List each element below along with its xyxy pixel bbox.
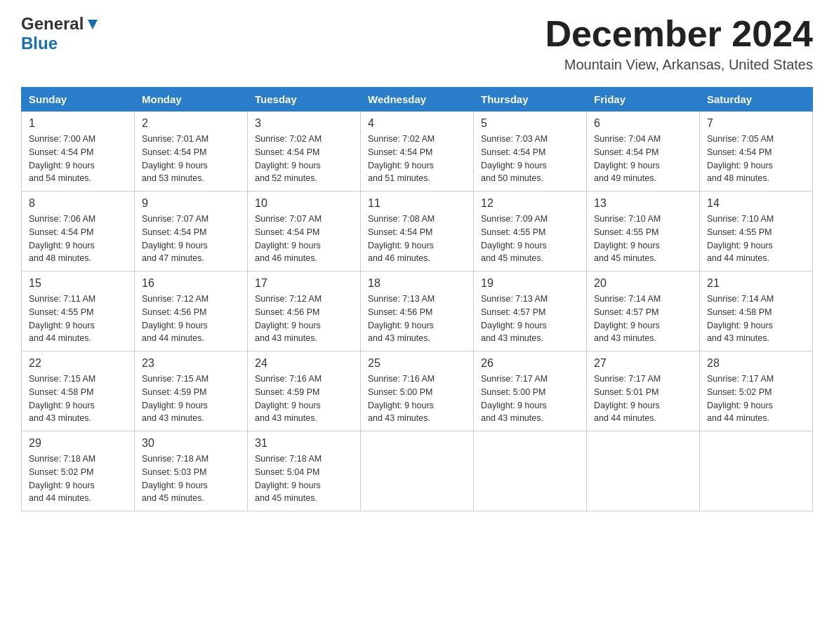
calendar-cell: 9Sunrise: 7:07 AMSunset: 4:54 PMDaylight… bbox=[135, 192, 248, 271]
day-of-week-header: Friday bbox=[587, 88, 700, 112]
day-of-week-header: Thursday bbox=[474, 88, 587, 112]
day-info: Sunrise: 7:10 AMSunset: 4:55 PMDaylight:… bbox=[707, 213, 805, 265]
day-number: 28 bbox=[707, 357, 805, 370]
day-info: Sunrise: 7:05 AMSunset: 4:54 PMDaylight:… bbox=[707, 133, 805, 185]
calendar-cell: 1Sunrise: 7:00 AMSunset: 4:54 PMDaylight… bbox=[22, 112, 135, 192]
day-number: 12 bbox=[481, 197, 579, 210]
calendar-cell: 19Sunrise: 7:13 AMSunset: 4:57 PMDayligh… bbox=[474, 271, 587, 351]
calendar-header-row: SundayMondayTuesdayWednesdayThursdayFrid… bbox=[22, 88, 813, 112]
calendar-week-row: 15Sunrise: 7:11 AMSunset: 4:55 PMDayligh… bbox=[22, 271, 813, 351]
day-info: Sunrise: 7:10 AMSunset: 4:55 PMDaylight:… bbox=[594, 213, 692, 265]
calendar-cell: 18Sunrise: 7:13 AMSunset: 4:56 PMDayligh… bbox=[361, 271, 474, 351]
calendar-cell: 7Sunrise: 7:05 AMSunset: 4:54 PMDaylight… bbox=[700, 112, 813, 192]
calendar-cell: 24Sunrise: 7:16 AMSunset: 4:59 PMDayligh… bbox=[248, 351, 361, 431]
day-number: 6 bbox=[594, 117, 692, 130]
page-header: General Blue December 2024 Mountain View… bbox=[21, 14, 813, 73]
day-of-week-header: Sunday bbox=[22, 88, 135, 112]
day-number: 21 bbox=[707, 277, 805, 290]
day-number: 13 bbox=[594, 197, 692, 210]
day-of-week-header: Wednesday bbox=[361, 88, 474, 112]
calendar-cell: 23Sunrise: 7:15 AMSunset: 4:59 PMDayligh… bbox=[135, 351, 248, 431]
day-info: Sunrise: 7:02 AMSunset: 4:54 PMDaylight:… bbox=[368, 133, 466, 185]
location-text: Mountain View, Arkansas, United States bbox=[545, 57, 813, 73]
calendar-cell bbox=[587, 431, 700, 511]
calendar-cell bbox=[700, 431, 813, 511]
calendar-cell bbox=[474, 431, 587, 511]
day-number: 18 bbox=[368, 277, 466, 290]
calendar-cell: 12Sunrise: 7:09 AMSunset: 4:55 PMDayligh… bbox=[474, 192, 587, 271]
day-of-week-header: Monday bbox=[135, 88, 248, 112]
day-number: 24 bbox=[255, 357, 353, 370]
calendar-cell: 26Sunrise: 7:17 AMSunset: 5:00 PMDayligh… bbox=[474, 351, 587, 431]
calendar-cell: 11Sunrise: 7:08 AMSunset: 4:54 PMDayligh… bbox=[361, 192, 474, 271]
svg-marker-0 bbox=[88, 20, 98, 29]
day-number: 19 bbox=[481, 277, 579, 290]
day-info: Sunrise: 7:14 AMSunset: 4:58 PMDaylight:… bbox=[707, 293, 805, 345]
day-info: Sunrise: 7:16 AMSunset: 5:00 PMDaylight:… bbox=[368, 373, 466, 425]
calendar-cell: 25Sunrise: 7:16 AMSunset: 5:00 PMDayligh… bbox=[361, 351, 474, 431]
calendar-cell: 4Sunrise: 7:02 AMSunset: 4:54 PMDaylight… bbox=[361, 112, 474, 192]
day-info: Sunrise: 7:16 AMSunset: 4:59 PMDaylight:… bbox=[255, 373, 353, 425]
calendar-cell: 2Sunrise: 7:01 AMSunset: 4:54 PMDaylight… bbox=[135, 112, 248, 192]
calendar-cell: 27Sunrise: 7:17 AMSunset: 5:01 PMDayligh… bbox=[587, 351, 700, 431]
day-info: Sunrise: 7:06 AMSunset: 4:54 PMDaylight:… bbox=[29, 213, 127, 265]
day-info: Sunrise: 7:04 AMSunset: 4:54 PMDaylight:… bbox=[594, 133, 692, 185]
day-number: 29 bbox=[29, 437, 127, 450]
day-info: Sunrise: 7:11 AMSunset: 4:55 PMDaylight:… bbox=[29, 293, 127, 345]
calendar-cell bbox=[361, 431, 474, 511]
calendar-cell: 29Sunrise: 7:18 AMSunset: 5:02 PMDayligh… bbox=[22, 431, 135, 511]
day-number: 16 bbox=[142, 277, 240, 290]
calendar-cell: 20Sunrise: 7:14 AMSunset: 4:57 PMDayligh… bbox=[587, 271, 700, 351]
day-info: Sunrise: 7:17 AMSunset: 5:01 PMDaylight:… bbox=[594, 373, 692, 425]
day-info: Sunrise: 7:15 AMSunset: 4:58 PMDaylight:… bbox=[29, 373, 127, 425]
day-number: 14 bbox=[707, 197, 805, 210]
day-info: Sunrise: 7:17 AMSunset: 5:02 PMDaylight:… bbox=[707, 373, 805, 425]
day-number: 22 bbox=[29, 357, 127, 370]
calendar-cell: 28Sunrise: 7:17 AMSunset: 5:02 PMDayligh… bbox=[700, 351, 813, 431]
day-number: 1 bbox=[29, 117, 127, 130]
day-number: 23 bbox=[142, 357, 240, 370]
day-info: Sunrise: 7:12 AMSunset: 4:56 PMDaylight:… bbox=[255, 293, 353, 345]
calendar-week-row: 22Sunrise: 7:15 AMSunset: 4:58 PMDayligh… bbox=[22, 351, 813, 431]
calendar-cell: 21Sunrise: 7:14 AMSunset: 4:58 PMDayligh… bbox=[700, 271, 813, 351]
day-info: Sunrise: 7:13 AMSunset: 4:56 PMDaylight:… bbox=[368, 293, 466, 345]
day-number: 11 bbox=[368, 197, 466, 210]
day-info: Sunrise: 7:07 AMSunset: 4:54 PMDaylight:… bbox=[142, 213, 240, 265]
calendar-table: SundayMondayTuesdayWednesdayThursdayFrid… bbox=[21, 87, 813, 511]
day-info: Sunrise: 7:14 AMSunset: 4:57 PMDaylight:… bbox=[594, 293, 692, 345]
day-of-week-header: Tuesday bbox=[248, 88, 361, 112]
logo-general-text: General bbox=[21, 14, 84, 34]
day-number: 9 bbox=[142, 197, 240, 210]
day-info: Sunrise: 7:08 AMSunset: 4:54 PMDaylight:… bbox=[368, 213, 466, 265]
calendar-cell: 31Sunrise: 7:18 AMSunset: 5:04 PMDayligh… bbox=[248, 431, 361, 511]
day-info: Sunrise: 7:18 AMSunset: 5:02 PMDaylight:… bbox=[29, 452, 127, 505]
calendar-cell: 15Sunrise: 7:11 AMSunset: 4:55 PMDayligh… bbox=[22, 271, 135, 351]
day-info: Sunrise: 7:15 AMSunset: 4:59 PMDaylight:… bbox=[142, 373, 240, 425]
day-number: 5 bbox=[481, 117, 579, 130]
day-number: 2 bbox=[142, 117, 240, 130]
calendar-cell: 10Sunrise: 7:07 AMSunset: 4:54 PMDayligh… bbox=[248, 192, 361, 271]
calendar-cell: 30Sunrise: 7:18 AMSunset: 5:03 PMDayligh… bbox=[135, 431, 248, 511]
calendar-cell: 17Sunrise: 7:12 AMSunset: 4:56 PMDayligh… bbox=[248, 271, 361, 351]
day-number: 7 bbox=[707, 117, 805, 130]
day-number: 30 bbox=[142, 437, 240, 450]
calendar-cell: 5Sunrise: 7:03 AMSunset: 4:54 PMDaylight… bbox=[474, 112, 587, 192]
logo-blue-text: Blue bbox=[21, 34, 58, 53]
calendar-cell: 13Sunrise: 7:10 AMSunset: 4:55 PMDayligh… bbox=[587, 192, 700, 271]
day-info: Sunrise: 7:18 AMSunset: 5:04 PMDaylight:… bbox=[255, 452, 353, 505]
calendar-week-row: 29Sunrise: 7:18 AMSunset: 5:02 PMDayligh… bbox=[22, 431, 813, 511]
calendar-cell: 6Sunrise: 7:04 AMSunset: 4:54 PMDaylight… bbox=[587, 112, 700, 192]
day-info: Sunrise: 7:17 AMSunset: 5:00 PMDaylight:… bbox=[481, 373, 579, 425]
calendar-cell: 3Sunrise: 7:02 AMSunset: 4:54 PMDaylight… bbox=[248, 112, 361, 192]
title-section: December 2024 Mountain View, Arkansas, U… bbox=[545, 14, 813, 73]
day-number: 20 bbox=[594, 277, 692, 290]
calendar-week-row: 1Sunrise: 7:00 AMSunset: 4:54 PMDaylight… bbox=[22, 112, 813, 192]
day-info: Sunrise: 7:01 AMSunset: 4:54 PMDaylight:… bbox=[142, 133, 240, 185]
day-of-week-header: Saturday bbox=[700, 88, 813, 112]
day-number: 26 bbox=[481, 357, 579, 370]
day-info: Sunrise: 7:02 AMSunset: 4:54 PMDaylight:… bbox=[255, 133, 353, 185]
day-number: 17 bbox=[255, 277, 353, 290]
month-title: December 2024 bbox=[545, 14, 813, 54]
day-info: Sunrise: 7:03 AMSunset: 4:54 PMDaylight:… bbox=[481, 133, 579, 185]
logo: General Blue bbox=[21, 14, 100, 53]
